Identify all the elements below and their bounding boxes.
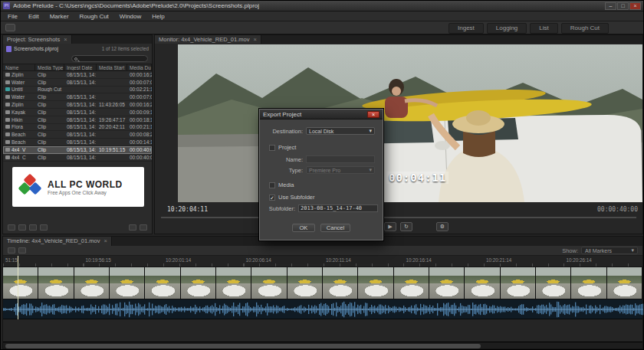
- table-row[interactable]: 4x4_VClip08/15/13, 14:10:19:51:1500:00:4…: [3, 146, 152, 154]
- titlebar[interactable]: Pl Adobe Prelude - C:\Users\ngcs\Documen…: [1, 1, 643, 11]
- type-value: Premiere Pro: [309, 168, 340, 173]
- table-row[interactable]: ZiplinClip08/15/13, 14:11:43:26:0500:00:…: [3, 101, 152, 109]
- loop-icon: ↻: [404, 224, 409, 229]
- subfolder-field[interactable]: 2013-08-15_14-17-40: [298, 204, 378, 212]
- clip-name: 4x4_C: [12, 155, 26, 160]
- name-field[interactable]: [306, 155, 375, 163]
- tab-timeline[interactable]: Timeline: 4x4_Vehicle_RED_01.mov ×: [3, 237, 112, 246]
- column-header-name[interactable]: Name: [3, 64, 35, 70]
- search-input[interactable]: [71, 55, 148, 62]
- clip-name: Ziplin: [12, 72, 24, 77]
- selection-status: 1 of 12 items selected: [102, 46, 149, 51]
- cell-type: Rough Cut: [35, 87, 64, 92]
- destination-value: Local Disk: [309, 129, 334, 134]
- timeline-playhead[interactable]: [18, 256, 18, 319]
- menu-help[interactable]: Help: [146, 11, 169, 21]
- straw-hat-crown: [466, 110, 491, 126]
- cell-date: 08/15/13, 14:: [64, 124, 97, 129]
- close-icon[interactable]: ×: [64, 35, 67, 44]
- zoom-in-icon[interactable]: [40, 224, 48, 231]
- watermark-text: ALL PC WORLD Free Apps One Click Away: [48, 179, 123, 195]
- destination-dropdown[interactable]: Local Disk ▾: [306, 127, 375, 135]
- audio-track[interactable]: [3, 299, 642, 319]
- menu-rough-cut[interactable]: Rough Cut: [74, 11, 114, 21]
- table-row[interactable]: WaterClip08/15/13, 14:00:00:07:09: [3, 79, 152, 87]
- cell-duration: 00:00:07:09: [127, 80, 152, 85]
- filmstrip-thumbnail: [394, 267, 429, 299]
- cell-start: 19:26:47:17: [97, 117, 127, 123]
- cell-type: Clip: [35, 110, 64, 115]
- monitor-settings-button[interactable]: ⚙: [436, 222, 449, 231]
- cell-date: 08/15/13, 14:: [64, 155, 97, 160]
- menu-edit[interactable]: Edit: [23, 11, 44, 21]
- ingest-icon[interactable]: [5, 24, 15, 31]
- workspace-ingest-button[interactable]: Ingest: [449, 23, 484, 34]
- maximize-button[interactable]: □: [617, 2, 629, 10]
- media-checkbox[interactable]: [269, 182, 275, 188]
- menu-marker[interactable]: Marker: [44, 11, 74, 21]
- project-checkbox[interactable]: [269, 145, 275, 151]
- cancel-button[interactable]: Cancel: [320, 224, 350, 232]
- cell-duration: 00:00:08:21: [127, 132, 152, 137]
- menu-window[interactable]: Window: [114, 11, 146, 21]
- dialog-close-button[interactable]: ×: [367, 111, 380, 118]
- step-forward-button[interactable]: ▶: [384, 222, 396, 231]
- monitor-scrub-bar[interactable]: [161, 217, 636, 218]
- maximize-icon: □: [621, 3, 624, 8]
- table-row[interactable]: ZiplinClip08/15/13, 14:00:00:16:21: [3, 71, 152, 79]
- loop-button[interactable]: ↻: [400, 222, 412, 231]
- tab-monitor-label: Monitor: 4x4_Vehicle_RED_01.mov: [159, 35, 249, 44]
- type-dropdown[interactable]: Premiere Pro ▾: [306, 166, 375, 174]
- thumbnail-view-icon[interactable]: [18, 224, 26, 231]
- cell-type: Clip: [35, 132, 64, 137]
- list-view-icon[interactable]: [8, 224, 15, 231]
- cell-name: Hikin: [3, 117, 35, 123]
- table-row[interactable]: BeachClip08/15/13, 14:00:00:08:21: [3, 131, 152, 139]
- cell-name: Beach: [3, 132, 35, 137]
- timeline-scrollbar[interactable]: [3, 342, 642, 348]
- ok-button[interactable]: OK: [292, 224, 315, 232]
- column-header-media-type[interactable]: Media Type: [35, 64, 64, 70]
- table-row[interactable]: KayakClip08/15/13, 14:00:00:09:10: [3, 109, 152, 116]
- marker-icon[interactable]: [18, 247, 26, 254]
- new-bin-icon[interactable]: [129, 224, 136, 231]
- table-row[interactable]: WaterClip08/15/13, 14:00:00:07:06: [3, 93, 152, 101]
- timeline-panel: Timeline: 4x4_Vehicle_RED_01.mov × Show:…: [2, 236, 643, 349]
- table-row[interactable]: 4x4_CClip08/15/13, 14:00:00:40:00: [3, 154, 152, 162]
- step-forward-icon: ▶: [388, 224, 392, 229]
- workspace-list-button[interactable]: List: [530, 23, 557, 34]
- close-window-button[interactable]: ×: [629, 2, 641, 10]
- table-row[interactable]: UntitlRough Cut00:02:21:13: [3, 87, 152, 94]
- use-subfolder-checkbox[interactable]: ✓: [269, 195, 275, 201]
- roughcut-icon: [5, 87, 10, 91]
- menu-file[interactable]: File: [2, 11, 23, 21]
- filmstrip-thumbnail: [358, 267, 393, 299]
- minimize-icon: –: [610, 3, 613, 8]
- video-track[interactable]: [3, 267, 642, 299]
- tab-project[interactable]: Project: Screenshots ×: [3, 35, 72, 44]
- cell-type: Clip: [35, 147, 64, 152]
- table-row[interactable]: FloraClip08/15/13, 14:20:20:42:1100:00:2…: [3, 124, 152, 132]
- close-icon[interactable]: ×: [104, 237, 107, 246]
- snap-icon[interactable]: [8, 247, 15, 254]
- table-row[interactable]: HikinClip08/15/13, 14:19:26:47:1700:00:1…: [3, 116, 152, 124]
- dialog-titlebar[interactable]: Export Project ×: [260, 110, 383, 119]
- workspace-logging-button[interactable]: Logging: [487, 23, 527, 34]
- close-icon[interactable]: ×: [253, 35, 256, 44]
- scrollbar-thumb[interactable]: [5, 344, 481, 348]
- column-header-media-start[interactable]: Media Start: [97, 64, 127, 70]
- marker-filter-dropdown[interactable]: All Markers ▾: [581, 247, 638, 254]
- zoom-out-icon[interactable]: [29, 224, 37, 231]
- delete-icon[interactable]: [140, 224, 147, 231]
- column-header-ingest-date[interactable]: Ingest Date: [64, 64, 97, 70]
- tab-monitor[interactable]: Monitor: 4x4_Vehicle_RED_01.mov ×: [155, 35, 261, 44]
- allpcworld-logo-icon: [18, 175, 41, 198]
- minimize-button[interactable]: –: [605, 2, 616, 10]
- column-header-media-du-[interactable]: Media Du...: [127, 64, 152, 70]
- ruler-label: 10:19:56:15: [86, 257, 111, 263]
- video-preview[interactable]: 00:04:11: [178, 44, 642, 202]
- window-title: Adobe Prelude - C:\Users\ngcs\Documents\…: [13, 2, 259, 9]
- workspace-rough-cut-button[interactable]: Rough Cut: [561, 23, 609, 34]
- timeline-ruler[interactable]: 51:1510:19:56:1510:20:01:1410:20:06:1410…: [3, 256, 642, 267]
- table-row[interactable]: BeachClip08/15/13, 14:00:00:14:11: [3, 139, 152, 146]
